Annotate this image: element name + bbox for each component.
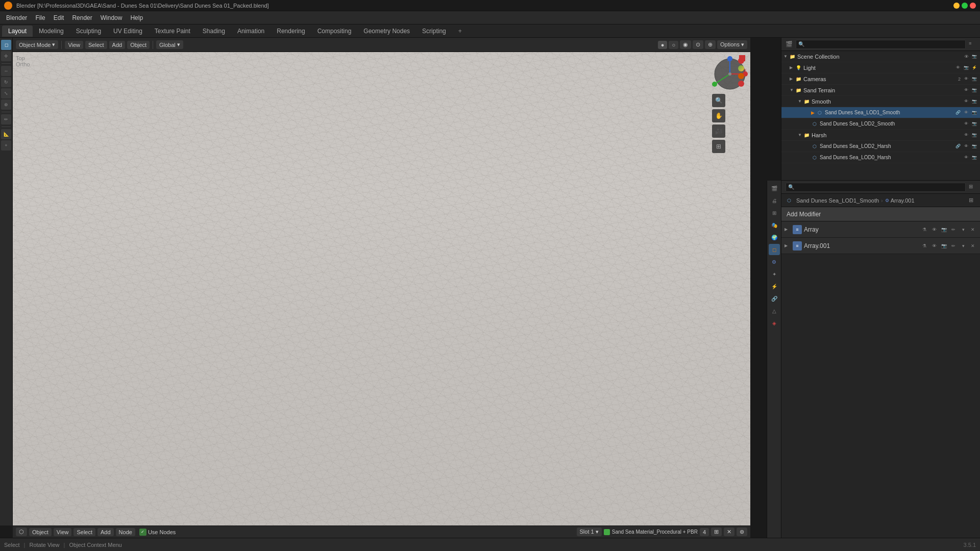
outliner-item-sand-terrain[interactable]: 📁 Sand Terrain 👁 📷 — [781, 85, 980, 96]
properties-filter-button[interactable]: ⊞ — [969, 184, 976, 191]
view-menu[interactable]: View — [65, 41, 83, 49]
lod2-harsh-render[interactable]: 📷 — [971, 143, 978, 150]
viewport-overlay-toggle[interactable]: ⊙ — [693, 40, 703, 49]
tab-compositing[interactable]: Compositing — [311, 26, 358, 37]
filter-button[interactable]: ≡ — [969, 41, 976, 48]
viewport-select-btn[interactable]: Select — [74, 528, 95, 536]
move-tool-button[interactable]: ↔ — [1, 66, 11, 76]
light-extra[interactable]: ⚡ — [971, 64, 978, 71]
tab-scripting[interactable]: Scripting — [416, 26, 452, 37]
orthographic-toggle-button[interactable]: ⊞ — [712, 140, 725, 153]
lod2-smooth-visibility[interactable]: 👁 — [963, 120, 970, 128]
expand-smooth[interactable] — [798, 99, 803, 104]
material-delete-button[interactable]: ✕ — [724, 528, 734, 536]
measure-tool-button[interactable]: 📐 — [1, 129, 11, 139]
tab-shading[interactable]: Shading — [197, 26, 231, 37]
annotate-tool-button[interactable]: ✏ — [1, 114, 11, 124]
light-render[interactable]: 📷 — [963, 64, 970, 71]
tab-rendering[interactable]: Rendering — [271, 26, 311, 37]
cameras-render[interactable]: 📷 — [971, 76, 978, 83]
viewport-gizmo-toggle[interactable]: ⊕ — [705, 40, 716, 49]
lod0-harsh-render[interactable]: 📷 — [971, 154, 978, 161]
sand-terrain-render[interactable]: 📷 — [971, 87, 978, 94]
camera-view-button[interactable]: 🎥 — [712, 124, 725, 138]
use-nodes-toggle[interactable]: ✓ Use Nodes — [139, 529, 176, 536]
outliner-item-sand-lod1-smooth[interactable]: ▶ ⬡ Sand Dunes Sea_LOD1_Smooth 🔗 👁 📷 — [781, 107, 980, 118]
viewport-add-btn[interactable]: Add — [97, 528, 114, 536]
array001-render-button[interactable]: 📷 — [940, 242, 948, 250]
menu-help[interactable]: Help — [126, 13, 147, 23]
tab-layout[interactable]: Layout — [2, 26, 33, 37]
breadcrumb-object[interactable]: Sand Dunes Sea_LOD1_Smooth — [796, 197, 879, 204]
array-dropdown-button[interactable]: ▾ — [959, 226, 967, 234]
smooth-render[interactable]: 📷 — [971, 98, 978, 105]
tab-geometry-nodes[interactable]: Geometry Nodes — [357, 26, 416, 37]
material-slots-count[interactable]: 4 — [700, 528, 709, 536]
breadcrumb-modifier[interactable]: Array.001 — [891, 197, 915, 204]
select-tool-button[interactable]: ◻ — [1, 40, 11, 50]
expand-sand-terrain[interactable] — [790, 88, 795, 92]
options-menu[interactable]: Options ▾ — [717, 40, 747, 49]
viewport-shading-solid[interactable]: ● — [658, 41, 668, 49]
modifier-array[interactable]: ≡ Array ⚗ 👁 📷 ✏ ▾ ✕ — [781, 221, 980, 238]
viewport-mode-object-btn[interactable]: Object — [29, 528, 52, 536]
array-expand[interactable] — [785, 227, 791, 232]
outliner-item-sand-lod0-harsh[interactable]: ⬡ Sand Dunes Sea_LOD0_Harsh 👁 📷 — [781, 152, 980, 163]
smooth-visibility[interactable]: 👁 — [963, 98, 970, 105]
prop-scene-button[interactable]: 🎭 — [769, 219, 780, 231]
prop-material-button[interactable]: ◈ — [769, 317, 780, 329]
add-menu[interactable]: Add — [109, 41, 126, 49]
tab-sculpting[interactable]: Sculpting — [70, 26, 107, 37]
outliner-item-cameras[interactable]: 📁 Cameras 2 👁 📷 — [781, 73, 980, 85]
modifier-array-001[interactable]: ≡ Array.001 ⚗ 👁 📷 ✏ ▾ ✕ — [781, 238, 980, 254]
prop-particles-button[interactable]: ✦ — [769, 268, 780, 280]
outliner-item-sand-lod2-smooth[interactable]: ⬡ Sand Dunes Sea_LOD2_Smooth 👁 📷 — [781, 118, 980, 130]
prop-data-button[interactable]: △ — [769, 305, 780, 316]
cursor-tool-button[interactable]: ✛ — [1, 51, 11, 61]
array-filter-button[interactable]: ⚗ — [920, 226, 928, 234]
menu-file[interactable]: File — [31, 13, 49, 23]
lod2-smooth-render[interactable]: 📷 — [971, 120, 978, 128]
properties-breadcrumb-options[interactable]: ⊞ — [969, 197, 976, 204]
viewport-shading-rendered[interactable]: ◉ — [680, 40, 691, 49]
harsh-visibility[interactable]: 👁 — [963, 132, 970, 139]
light-visibility[interactable]: 👁 — [954, 64, 962, 71]
outliner-search[interactable]: 🔍 — [796, 40, 966, 49]
prop-render-button[interactable]: 🎬 — [769, 183, 780, 194]
slot-dropdown[interactable]: Slot 1 ▾ — [577, 528, 602, 536]
array001-expand[interactable] — [785, 243, 791, 248]
harsh-render[interactable]: 📷 — [971, 132, 978, 139]
prop-constraints-button[interactable]: 🔗 — [769, 293, 780, 304]
array001-filter-button[interactable]: ⚗ — [920, 242, 928, 250]
lod1-smooth-render[interactable]: 📷 — [971, 109, 978, 116]
array-delete-button[interactable]: ✕ — [969, 226, 977, 234]
tab-animation[interactable]: Animation — [231, 26, 271, 37]
array-edit-button[interactable]: ✏ — [949, 226, 958, 234]
transform-tool-button[interactable]: ⊕ — [1, 99, 11, 110]
array-realtime-button[interactable]: 👁 — [930, 226, 938, 234]
lod2-harsh-visibility[interactable]: 👁 — [963, 143, 970, 150]
prop-world-button[interactable]: 🌍 — [769, 232, 780, 243]
prop-output-button[interactable]: 🖨 — [769, 195, 780, 206]
array-render-button[interactable]: 📷 — [940, 226, 948, 234]
viewport-view-btn[interactable]: View — [54, 528, 72, 536]
array001-edit-button[interactable]: ✏ — [949, 242, 958, 250]
lod1-smooth-visibility[interactable]: 👁 — [963, 109, 970, 116]
array001-dropdown-button[interactable]: ▾ — [959, 242, 967, 250]
maximize-button[interactable] — [962, 3, 968, 9]
object-menu[interactable]: Object — [127, 41, 150, 49]
array001-delete-button[interactable]: ✕ — [969, 242, 977, 250]
viewport-mode-btn[interactable]: ⬡ — [16, 528, 27, 536]
add-tool-button[interactable]: + — [1, 140, 11, 151]
pan-view-button[interactable]: ✋ — [712, 109, 725, 122]
outliner-item-light[interactable]: 💡 Light 👁 📷 ⚡ — [781, 62, 980, 73]
scale-tool-button[interactable]: ⤡ — [1, 88, 11, 98]
rotate-tool-button[interactable]: ↻ — [1, 77, 11, 87]
main-viewport[interactable]: Top Ortho — [13, 52, 750, 525]
zoom-in-button[interactable]: 🔍 — [712, 94, 725, 107]
properties-search-input[interactable]: 🔍 — [786, 183, 966, 192]
object-mode-dropdown[interactable]: Object Mode ▾ — [16, 40, 58, 49]
prop-object-button[interactable]: ◻ — [769, 244, 780, 255]
select-menu[interactable]: Select — [85, 41, 107, 49]
outliner-item-scene-collection[interactable]: 📁 Scene Collection 📷 — [781, 51, 980, 62]
